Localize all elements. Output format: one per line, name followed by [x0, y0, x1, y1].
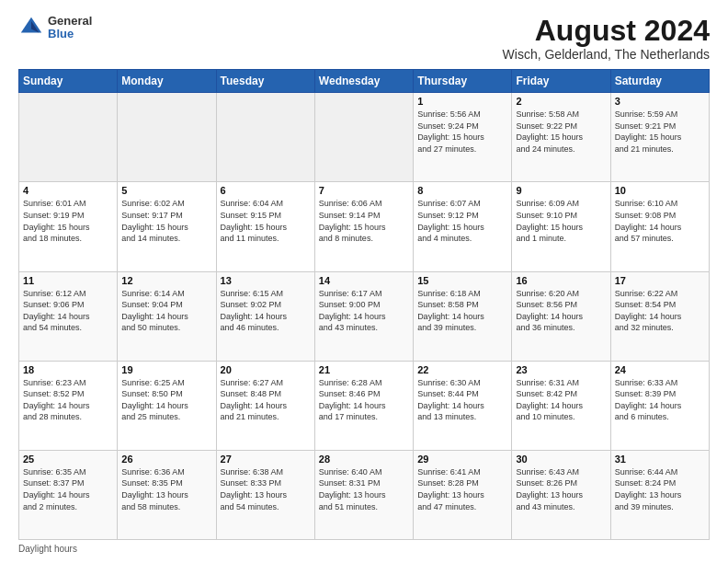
- day-cell-17: 17Sunrise: 6:22 AM Sunset: 8:54 PM Dayli…: [610, 271, 709, 361]
- day-cell-20: 20Sunrise: 6:27 AM Sunset: 8:48 PM Dayli…: [216, 361, 314, 450]
- day-number: 2: [516, 96, 606, 107]
- empty-cell: [216, 93, 314, 182]
- calendar-table: SundayMondayTuesdayWednesdayThursdayFrid…: [18, 69, 710, 540]
- col-header-friday: Friday: [512, 70, 610, 93]
- day-cell-26: 26Sunrise: 6:36 AM Sunset: 8:35 PM Dayli…: [118, 450, 216, 539]
- day-number: 21: [319, 364, 409, 375]
- day-info: Sunrise: 6:28 AM Sunset: 8:46 PM Dayligh…: [319, 377, 409, 423]
- day-info: Sunrise: 6:31 AM Sunset: 8:42 PM Dayligh…: [516, 377, 606, 423]
- day-info: Sunrise: 6:27 AM Sunset: 8:48 PM Dayligh…: [221, 377, 311, 423]
- week-row-5: 25Sunrise: 6:35 AM Sunset: 8:37 PM Dayli…: [19, 450, 710, 539]
- day-number: 12: [121, 275, 211, 286]
- day-number: 29: [417, 454, 507, 465]
- day-number: 23: [516, 364, 606, 375]
- col-header-saturday: Saturday: [610, 70, 709, 93]
- day-cell-29: 29Sunrise: 6:41 AM Sunset: 8:28 PM Dayli…: [414, 450, 512, 539]
- day-number: 13: [221, 275, 311, 286]
- day-info: Sunrise: 6:01 AM Sunset: 9:19 PM Dayligh…: [23, 198, 113, 244]
- day-cell-3: 3Sunrise: 5:59 AM Sunset: 9:21 PM Daylig…: [610, 93, 709, 182]
- day-number: 30: [516, 454, 606, 465]
- day-cell-30: 30Sunrise: 6:43 AM Sunset: 8:26 PM Dayli…: [512, 450, 610, 539]
- day-number: 7: [319, 185, 409, 196]
- day-info: Sunrise: 6:43 AM Sunset: 8:26 PM Dayligh…: [516, 466, 606, 512]
- day-info: Sunrise: 6:36 AM Sunset: 8:35 PM Dayligh…: [121, 466, 211, 512]
- page: General Blue August 2024 Wisch, Gelderla…: [0, 0, 728, 563]
- day-number: 15: [417, 275, 507, 286]
- day-info: Sunrise: 6:07 AM Sunset: 9:12 PM Dayligh…: [417, 198, 507, 244]
- day-number: 1: [417, 96, 507, 107]
- day-number: 9: [516, 185, 606, 196]
- day-info: Sunrise: 6:10 AM Sunset: 9:08 PM Dayligh…: [615, 198, 705, 244]
- day-number: 22: [417, 364, 507, 375]
- day-number: 6: [221, 185, 311, 196]
- day-info: Sunrise: 6:25 AM Sunset: 8:50 PM Dayligh…: [121, 377, 211, 423]
- day-info: Sunrise: 6:02 AM Sunset: 9:17 PM Dayligh…: [121, 198, 211, 244]
- title-block: August 2024 Wisch, Gelderland, The Nethe…: [503, 15, 710, 62]
- day-cell-6: 6Sunrise: 6:04 AM Sunset: 9:15 PM Daylig…: [216, 182, 314, 271]
- col-header-sunday: Sunday: [19, 70, 118, 93]
- empty-cell: [314, 93, 413, 182]
- day-info: Sunrise: 6:18 AM Sunset: 8:58 PM Dayligh…: [417, 288, 507, 334]
- day-info: Sunrise: 6:44 AM Sunset: 8:24 PM Dayligh…: [615, 466, 705, 512]
- col-header-wednesday: Wednesday: [314, 70, 413, 93]
- day-info: Sunrise: 6:06 AM Sunset: 9:14 PM Dayligh…: [319, 198, 409, 244]
- day-info: Sunrise: 6:30 AM Sunset: 8:44 PM Dayligh…: [417, 377, 507, 423]
- day-cell-7: 7Sunrise: 6:06 AM Sunset: 9:14 PM Daylig…: [314, 182, 413, 271]
- day-cell-28: 28Sunrise: 6:40 AM Sunset: 8:31 PM Dayli…: [314, 450, 413, 539]
- week-row-1: 1Sunrise: 5:56 AM Sunset: 9:24 PM Daylig…: [19, 93, 710, 182]
- day-number: 17: [615, 275, 705, 286]
- day-cell-24: 24Sunrise: 6:33 AM Sunset: 8:39 PM Dayli…: [610, 361, 709, 450]
- day-info: Sunrise: 6:38 AM Sunset: 8:33 PM Dayligh…: [221, 466, 311, 512]
- day-cell-23: 23Sunrise: 6:31 AM Sunset: 8:42 PM Dayli…: [512, 361, 610, 450]
- day-number: 5: [121, 185, 211, 196]
- footer-note: Daylight hours: [18, 544, 710, 554]
- day-info: Sunrise: 6:17 AM Sunset: 9:00 PM Dayligh…: [319, 288, 409, 334]
- day-number: 11: [23, 275, 113, 286]
- logo: General Blue: [18, 15, 92, 41]
- day-number: 14: [319, 275, 409, 286]
- main-title: August 2024: [503, 15, 710, 47]
- day-info: Sunrise: 5:59 AM Sunset: 9:21 PM Dayligh…: [615, 109, 705, 155]
- day-cell-2: 2Sunrise: 5:58 AM Sunset: 9:22 PM Daylig…: [512, 93, 610, 182]
- day-info: Sunrise: 5:56 AM Sunset: 9:24 PM Dayligh…: [417, 109, 507, 155]
- day-info: Sunrise: 5:58 AM Sunset: 9:22 PM Dayligh…: [516, 109, 606, 155]
- day-cell-25: 25Sunrise: 6:35 AM Sunset: 8:37 PM Dayli…: [19, 450, 118, 539]
- col-header-monday: Monday: [118, 70, 216, 93]
- day-cell-21: 21Sunrise: 6:28 AM Sunset: 8:46 PM Dayli…: [314, 361, 413, 450]
- day-info: Sunrise: 6:40 AM Sunset: 8:31 PM Dayligh…: [319, 466, 409, 512]
- day-cell-9: 9Sunrise: 6:09 AM Sunset: 9:10 PM Daylig…: [512, 182, 610, 271]
- day-cell-13: 13Sunrise: 6:15 AM Sunset: 9:02 PM Dayli…: [216, 271, 314, 361]
- day-cell-15: 15Sunrise: 6:18 AM Sunset: 8:58 PM Dayli…: [414, 271, 512, 361]
- week-row-2: 4Sunrise: 6:01 AM Sunset: 9:19 PM Daylig…: [19, 182, 710, 271]
- logo-line1: General: [48, 15, 92, 28]
- day-info: Sunrise: 6:12 AM Sunset: 9:06 PM Dayligh…: [23, 288, 113, 334]
- day-number: 24: [615, 364, 705, 375]
- day-info: Sunrise: 6:20 AM Sunset: 8:56 PM Dayligh…: [516, 288, 606, 334]
- empty-cell: [19, 93, 118, 182]
- day-cell-31: 31Sunrise: 6:44 AM Sunset: 8:24 PM Dayli…: [610, 450, 709, 539]
- logo-line2: Blue: [48, 28, 92, 40]
- day-cell-14: 14Sunrise: 6:17 AM Sunset: 9:00 PM Dayli…: [314, 271, 413, 361]
- empty-cell: [118, 93, 216, 182]
- day-number: 26: [121, 454, 211, 465]
- day-info: Sunrise: 6:14 AM Sunset: 9:04 PM Dayligh…: [121, 288, 211, 334]
- header: General Blue August 2024 Wisch, Gelderla…: [18, 15, 710, 62]
- day-cell-4: 4Sunrise: 6:01 AM Sunset: 9:19 PM Daylig…: [19, 182, 118, 271]
- day-cell-22: 22Sunrise: 6:30 AM Sunset: 8:44 PM Dayli…: [414, 361, 512, 450]
- day-cell-11: 11Sunrise: 6:12 AM Sunset: 9:06 PM Dayli…: [19, 271, 118, 361]
- col-header-thursday: Thursday: [414, 70, 512, 93]
- day-info: Sunrise: 6:41 AM Sunset: 8:28 PM Dayligh…: [417, 466, 507, 512]
- day-number: 27: [221, 454, 311, 465]
- day-number: 10: [615, 185, 705, 196]
- day-number: 28: [319, 454, 409, 465]
- day-number: 4: [23, 185, 113, 196]
- day-cell-1: 1Sunrise: 5:56 AM Sunset: 9:24 PM Daylig…: [414, 93, 512, 182]
- day-cell-8: 8Sunrise: 6:07 AM Sunset: 9:12 PM Daylig…: [414, 182, 512, 271]
- day-cell-27: 27Sunrise: 6:38 AM Sunset: 8:33 PM Dayli…: [216, 450, 314, 539]
- day-info: Sunrise: 6:09 AM Sunset: 9:10 PM Dayligh…: [516, 198, 606, 244]
- day-number: 31: [615, 454, 705, 465]
- day-number: 18: [23, 364, 113, 375]
- week-row-3: 11Sunrise: 6:12 AM Sunset: 9:06 PM Dayli…: [19, 271, 710, 361]
- header-row: SundayMondayTuesdayWednesdayThursdayFrid…: [19, 70, 710, 93]
- logo-text: General Blue: [48, 15, 92, 41]
